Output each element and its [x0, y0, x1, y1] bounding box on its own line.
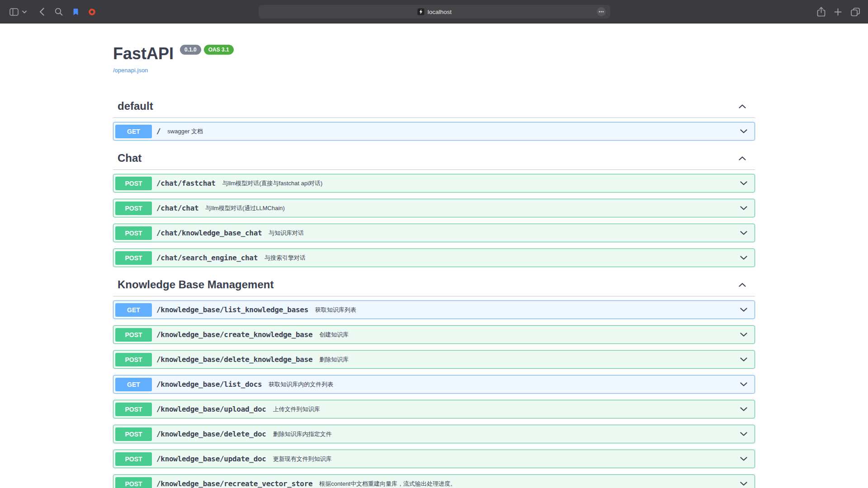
operation-path: /knowledge_base/list_knowledge_bases [156, 305, 308, 314]
operation-row[interactable]: POST /knowledge_base/recreate_vector_sto… [113, 474, 755, 488]
swagger-page: FastAPI 0.1.0 OAS 3.1 /openapi.json defa… [0, 23, 868, 488]
operation-row[interactable]: GET /knowledge_base/list_docs 获取知识库内的文件列… [113, 375, 755, 394]
new-tab-icon[interactable] [831, 5, 844, 18]
browser-toolbar: localhost [0, 0, 868, 23]
share-icon[interactable] [815, 5, 827, 18]
operation-path: /chat/search_engine_chat [156, 253, 258, 262]
oas-badge: OAS 3.1 [204, 45, 234, 55]
search-icon[interactable] [52, 5, 65, 18]
method-badge: POST [115, 251, 152, 265]
method-badge: POST [115, 427, 152, 441]
api-section: Knowledge Base Management GET /knowledge… [113, 273, 755, 488]
expand-operation-icon[interactable] [740, 357, 747, 361]
expand-operation-icon[interactable] [740, 457, 747, 461]
operation-description: 创建知识库 [319, 331, 349, 339]
api-sections: default GET / swagger 文档 Chat POST /chat… [113, 95, 755, 488]
orange-app-icon[interactable] [85, 5, 98, 18]
chevron-down-icon[interactable] [20, 5, 28, 18]
operation-description: 上传文件到知识库 [273, 405, 320, 413]
page-title: FastAPI [113, 44, 174, 63]
operation-row[interactable]: GET / swagger 文档 [113, 122, 755, 141]
method-badge: GET [115, 125, 152, 138]
address-bar[interactable]: localhost [259, 5, 610, 19]
openapi-spec-link[interactable]: /openapi.json [113, 67, 148, 74]
operation-row[interactable]: POST /chat/knowledge_base_chat 与知识库对话 [113, 224, 755, 242]
method-badge: POST [115, 226, 152, 240]
expand-operation-icon[interactable] [740, 308, 747, 312]
section-header[interactable]: default [113, 95, 755, 118]
method-badge: GET [115, 303, 152, 317]
operation-path: /knowledge_base/update_doc [156, 455, 266, 463]
operation-description: 删除知识库 [319, 356, 349, 364]
tab-overview-icon[interactable] [849, 5, 862, 18]
collapse-section-icon[interactable] [739, 156, 746, 160]
operation-path: /chat/fastchat [156, 179, 216, 188]
site-favicon [417, 8, 425, 15]
address-text: localhost [428, 9, 452, 15]
section-title: Knowledge Base Management [118, 278, 274, 291]
operation-path: /chat/knowledge_base_chat [156, 229, 262, 237]
section-operations: POST /chat/fastchat 与llm模型对话(直接与fastchat… [113, 170, 755, 267]
operation-row[interactable]: POST /knowledge_base/upload_doc 上传文件到知识库 [113, 400, 755, 418]
operation-description: 与llm模型对话(直接与fastchat api对话) [222, 179, 323, 188]
section-title: default [118, 99, 153, 113]
expand-operation-icon[interactable] [740, 206, 747, 210]
expand-operation-icon[interactable] [740, 407, 747, 411]
operation-description: 获取知识库内的文件列表 [269, 380, 333, 389]
sidebar-icon[interactable] [8, 5, 20, 18]
operation-row[interactable]: POST /chat/fastchat 与llm模型对话(直接与fastchat… [113, 174, 755, 192]
version-badge: 0.1.0 [180, 45, 201, 55]
method-badge: POST [115, 403, 152, 416]
method-badge: POST [115, 477, 152, 488]
operation-row[interactable]: POST /knowledge_base/update_doc 更新现有文件到知… [113, 450, 755, 468]
method-badge: POST [115, 202, 152, 215]
operation-row[interactable]: POST /knowledge_base/delete_knowledge_ba… [113, 350, 755, 369]
page-menu-icon[interactable] [597, 7, 606, 16]
operation-path: /knowledge_base/upload_doc [156, 405, 266, 413]
expand-operation-icon[interactable] [740, 432, 747, 436]
operation-row[interactable]: POST /knowledge_base/delete_doc 删除知识库内指定… [113, 425, 755, 443]
operation-path: / [156, 127, 160, 136]
operation-row[interactable]: POST /chat/search_engine_chat 与搜索引擎对话 [113, 249, 755, 267]
expand-operation-icon[interactable] [740, 181, 747, 185]
operation-path: /knowledge_base/delete_knowledge_base [156, 355, 312, 364]
operation-description: 获取知识库列表 [315, 306, 356, 314]
api-info: FastAPI 0.1.0 OAS 3.1 /openapi.json [113, 23, 755, 74]
operation-description: 更新现有文件到知识库 [273, 455, 332, 463]
method-badge: POST [115, 328, 152, 342]
operation-row[interactable]: POST /chat/chat 与llm模型对话(通过LLMChain) [113, 199, 755, 217]
expand-operation-icon[interactable] [740, 256, 747, 260]
operation-description: swagger 文档 [167, 127, 203, 136]
expand-operation-icon[interactable] [740, 482, 747, 486]
section-operations: GET /knowledge_base/list_knowledge_bases… [113, 296, 755, 488]
collapse-section-icon[interactable] [739, 283, 746, 287]
expand-operation-icon[interactable] [740, 333, 747, 337]
operation-path: /knowledge_base/recreate_vector_store [156, 479, 312, 488]
blue-app-icon[interactable] [69, 5, 82, 18]
method-badge: POST [115, 177, 152, 190]
operation-description: 根据content中文档重建向量库，流式输出处理进度。 [319, 480, 456, 488]
method-badge: GET [115, 378, 152, 391]
section-header[interactable]: Knowledge Base Management [113, 273, 755, 296]
operation-path: /knowledge_base/create_knowledge_base [156, 330, 312, 339]
back-icon[interactable] [35, 5, 48, 18]
collapse-section-icon[interactable] [739, 104, 746, 108]
operation-description: 与llm模型对话(通过LLMChain) [205, 204, 285, 212]
method-badge: POST [115, 353, 152, 366]
expand-operation-icon[interactable] [740, 382, 747, 386]
section-header[interactable]: Chat [113, 147, 755, 170]
operation-path: /chat/chat [156, 204, 198, 212]
operation-row[interactable]: GET /knowledge_base/list_knowledge_bases… [113, 300, 755, 319]
operation-path: /knowledge_base/list_docs [156, 380, 262, 389]
section-operations: GET / swagger 文档 [113, 118, 755, 141]
operation-path: /knowledge_base/delete_doc [156, 430, 266, 438]
operation-description: 与搜索引擎对话 [264, 254, 306, 262]
expand-operation-icon[interactable] [740, 129, 747, 133]
api-section: Chat POST /chat/fastchat 与llm模型对话(直接与fas… [113, 147, 755, 267]
operation-description: 与知识库对话 [269, 229, 304, 237]
section-title: Chat [118, 151, 142, 165]
operation-row[interactable]: POST /knowledge_base/create_knowledge_ba… [113, 325, 755, 344]
method-badge: POST [115, 452, 152, 466]
expand-operation-icon[interactable] [740, 231, 747, 235]
operation-description: 删除知识库内指定文件 [273, 430, 332, 438]
